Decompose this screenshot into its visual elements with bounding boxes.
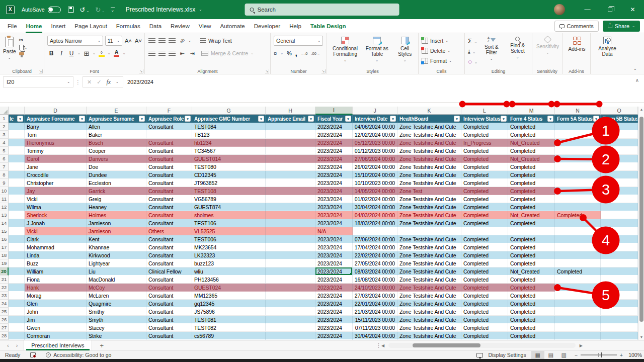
cell[interactable]: wliu — [192, 267, 266, 276]
cell[interactable] — [266, 276, 315, 284]
cell[interactable]: Completed — [461, 163, 508, 171]
cell[interactable]: 27/06/2024 00:00 — [353, 155, 397, 163]
cell[interactable] — [601, 179, 638, 187]
cell[interactable]: Bosch — [87, 139, 146, 147]
collapse-formula-bar-icon[interactable]: ∧ — [635, 77, 639, 83]
cell[interactable]: Heaney — [87, 203, 146, 211]
cell[interactable]: 18/03/2024 00:00 — [353, 219, 397, 227]
cell[interactable] — [555, 187, 601, 195]
cell[interactable]: Zone Testshire And Cute — [397, 123, 461, 131]
cell[interactable]: Jamieson — [87, 219, 146, 227]
copy-button[interactable] — [19, 45, 28, 50]
cell[interactable]: TC34567 — [192, 147, 266, 155]
cell[interactable]: Jim — [25, 316, 87, 324]
cell[interactable] — [601, 131, 638, 139]
cell[interactable] — [461, 227, 508, 235]
horizontal-scroll-thumb[interactable] — [413, 343, 480, 347]
cell[interactable] — [9, 227, 25, 235]
cell[interactable]: buzz123 — [192, 259, 266, 267]
cell[interactable] — [555, 155, 601, 163]
font-size-select[interactable]: 11 — [105, 36, 122, 46]
cell[interactable] — [266, 235, 315, 243]
cell[interactable]: J Jonah — [25, 219, 87, 227]
cell[interactable]: Zone Testshire And Cute — [397, 324, 461, 332]
cell[interactable]: Cooper — [87, 147, 146, 155]
addins-button[interactable]: Add-ins — [566, 35, 588, 52]
cell[interactable] — [601, 219, 638, 227]
cell[interactable]: 2023/2024 — [315, 171, 353, 179]
cell[interactable]: Tommy — [25, 147, 87, 155]
cell[interactable]: 2023/2024 — [315, 147, 353, 155]
cell[interactable]: MM12365 — [192, 292, 266, 300]
cell[interactable]: LK32323 — [192, 251, 266, 259]
cell[interactable]: 05/12/2023 00:00 — [353, 139, 397, 147]
column-letter-F[interactable]: F — [146, 107, 192, 115]
italic-button[interactable]: I — [57, 49, 65, 58]
cell[interactable]: 17/04/2024 00:00 — [353, 243, 397, 251]
cell[interactable] — [9, 147, 25, 155]
cell[interactable]: Consultant — [146, 308, 192, 316]
select-all-corner[interactable] — [0, 107, 9, 115]
cell[interactable] — [266, 324, 315, 332]
cell[interactable] — [9, 235, 25, 243]
row-number[interactable]: 4 — [0, 139, 9, 147]
cell[interactable]: Lightyear — [87, 259, 146, 267]
cell[interactable] — [9, 171, 25, 179]
cell[interactable]: 15/11/2023 00:00 — [353, 316, 397, 324]
cell[interactable]: 2023/2024 — [315, 308, 353, 316]
row-number[interactable]: 23 — [0, 292, 9, 300]
cell[interactable] — [555, 179, 601, 187]
cell[interactable] — [9, 316, 25, 324]
cell[interactable]: Zone Testshire And Cute — [397, 147, 461, 155]
cell[interactable] — [601, 324, 638, 332]
cell[interactable] — [555, 332, 601, 340]
cell[interactable]: Completed — [508, 187, 555, 195]
cell[interactable]: TEST108 — [192, 187, 266, 195]
cell[interactable]: gq12345 — [192, 300, 266, 308]
clipboard-dialog-launcher[interactable] — [39, 69, 43, 73]
cell[interactable]: Kent — [87, 235, 146, 243]
sheet-tab-active[interactable]: Prescribed Interviews — [24, 340, 92, 350]
paste-button[interactable]: Paste — [3, 35, 16, 60]
cell[interactable]: 07/06/2024 00:00 — [353, 235, 397, 243]
cell[interactable] — [601, 147, 638, 155]
cell[interactable]: MK23654 — [192, 243, 266, 251]
cell[interactable] — [9, 211, 25, 219]
row-number[interactable]: 14 — [0, 219, 9, 227]
cell[interactable]: Completed — [461, 316, 508, 324]
cell[interactable] — [9, 179, 25, 187]
cell[interactable] — [555, 139, 601, 147]
fill-button[interactable]: ⤓ — [468, 46, 477, 55]
cell[interactable]: Completed — [461, 155, 508, 163]
scroll-up-icon[interactable]: ▲ — [638, 108, 644, 111]
cell[interactable]: Completed — [508, 300, 555, 308]
cell[interactable] — [266, 259, 315, 267]
table-header-interview-date[interactable]: Interview Date — [353, 115, 397, 123]
cell[interactable] — [601, 227, 638, 235]
cell[interactable]: Hank — [25, 284, 87, 292]
cell[interactable]: Consultant — [146, 155, 192, 163]
cell[interactable]: Consultant — [146, 332, 192, 340]
cell[interactable]: Consultant — [146, 235, 192, 243]
bold-button[interactable]: B — [47, 49, 55, 58]
cell[interactable]: 2023/2024 — [315, 259, 353, 267]
share-button[interactable]: Share — [603, 21, 640, 32]
cell[interactable]: Completed — [508, 235, 555, 243]
cell[interactable]: 2023/2024 — [315, 332, 353, 340]
cell[interactable]: Zone Testshire And Cute — [397, 235, 461, 243]
cell[interactable]: 2023/2024 — [315, 203, 353, 211]
fill-color-button[interactable]: ⬨ — [98, 49, 106, 58]
cell[interactable]: Completed — [461, 267, 508, 276]
cell[interactable]: cs56789 — [192, 332, 266, 340]
cell[interactable]: Christopher — [25, 179, 87, 187]
cell[interactable]: 2023/2024 — [315, 243, 353, 251]
cell[interactable]: Zone Testshire And Cute — [397, 300, 461, 308]
cell[interactable] — [601, 276, 638, 284]
namebox-resize-handle[interactable]: ⋮ — [75, 79, 80, 85]
insert-function-icon[interactable]: fx — [106, 78, 111, 86]
next-sheet-icon[interactable]: › — [16, 342, 18, 348]
column-letter-N[interactable]: N — [555, 107, 601, 115]
cell[interactable] — [555, 316, 601, 324]
cell[interactable]: Consultant — [146, 187, 192, 195]
cell[interactable]: 27/05/2024 00:00 — [353, 259, 397, 267]
